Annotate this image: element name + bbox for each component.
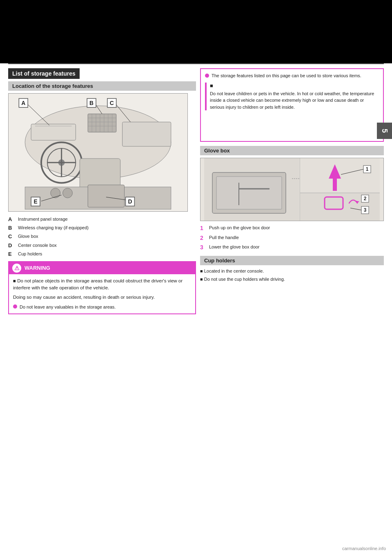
step-1-num: 1 bbox=[200, 224, 207, 233]
top-black-area bbox=[0, 0, 392, 63]
pink-bullet-icon bbox=[205, 74, 209, 78]
svg-point-23 bbox=[63, 188, 73, 198]
right-column: The storage features listed on this page… bbox=[200, 68, 384, 314]
glove-step-1: 1 Push up on the glove box door bbox=[200, 224, 384, 233]
svg-point-22 bbox=[51, 188, 60, 198]
feature-desc-c: Glove box bbox=[18, 233, 38, 240]
glove-step-3: 3 Lower the glove box door bbox=[200, 244, 384, 252]
warning-triangle-icon: ⚠ bbox=[14, 265, 20, 271]
feature-label-d: D bbox=[8, 242, 16, 249]
main-content: List of storage features Location of the… bbox=[0, 64, 392, 318]
svg-rect-20 bbox=[122, 122, 171, 147]
list-header: List of storage features bbox=[8, 68, 80, 79]
warning-box: ⚠ WARNING ■ Do not place objects in the … bbox=[8, 261, 196, 314]
svg-text:3: 3 bbox=[364, 207, 367, 213]
step-1-text: Push up on the glove box door bbox=[209, 224, 270, 231]
step-3-text: Lower the glove box door bbox=[209, 244, 260, 251]
feature-label-c: C bbox=[8, 233, 16, 240]
list-item: A Instrument panel storage bbox=[8, 216, 196, 223]
warning-label: WARNING bbox=[24, 265, 50, 271]
pink-left-bar bbox=[205, 83, 207, 111]
list-item: E Cup holders bbox=[8, 251, 196, 258]
warning-text-line2: Doing so may cause an accident, resultin… bbox=[13, 294, 191, 301]
pink-section-content: ■ Do not leave children or pets in the v… bbox=[210, 83, 379, 111]
svg-rect-48 bbox=[300, 158, 380, 193]
pink-section-label: ■ bbox=[210, 83, 379, 89]
svg-text:2: 2 bbox=[364, 196, 367, 201]
cup-bottom-line2: ■ Do not use the cup holders while drivi… bbox=[200, 276, 384, 283]
svg-rect-24 bbox=[88, 185, 124, 207]
list-item: B Wireless charging tray (if equipped) bbox=[8, 224, 196, 232]
svg-rect-10 bbox=[88, 114, 116, 132]
section-tab: 5 bbox=[377, 123, 392, 139]
pink-section-row: ■ Do not leave children or pets in the v… bbox=[205, 83, 379, 111]
glove-box-section: Glove box bbox=[200, 146, 384, 252]
step-3-num: 3 bbox=[200, 244, 207, 252]
glove-box-diagram: 1 2 bbox=[200, 158, 384, 221]
left-column: List of storage features Location of the… bbox=[8, 68, 196, 314]
feature-desc-e: Cup holders bbox=[18, 251, 42, 257]
svg-text:C: C bbox=[110, 100, 114, 106]
feature-label-e: E bbox=[8, 251, 16, 258]
svg-text:B: B bbox=[89, 100, 94, 106]
feature-label-b: B bbox=[8, 224, 16, 232]
feature-desc-d: Center console box bbox=[18, 242, 57, 249]
feature-label-a: A bbox=[8, 216, 16, 223]
bullet-icon bbox=[13, 304, 17, 309]
svg-rect-43 bbox=[216, 177, 282, 209]
cup-holders-section: Cup holders ■ Located in the center cons… bbox=[200, 256, 384, 283]
svg-text:1: 1 bbox=[366, 166, 369, 172]
pink-box-text: The storage features listed on this page… bbox=[212, 72, 361, 79]
warning-icon: ⚠ bbox=[12, 264, 21, 273]
warning-bullet-text: Do not leave any valuables in the storag… bbox=[20, 304, 116, 311]
cup-bottom-line1: ■ Located in the center console. bbox=[200, 268, 384, 275]
feature-desc-b: Wireless charging tray (if equipped) bbox=[18, 224, 89, 231]
location-header: Location of the storage features bbox=[8, 81, 196, 91]
car-interior-diagram: A B C D E bbox=[8, 93, 188, 212]
pink-section-text: Do not leave children or pets in the veh… bbox=[210, 90, 379, 111]
cup-holders-header: Cup holders bbox=[200, 256, 384, 265]
svg-text:A: A bbox=[21, 100, 25, 106]
pink-bullet-row: The storage features listed on this page… bbox=[205, 72, 379, 79]
page-container: List of storage features Location of the… bbox=[0, 0, 392, 555]
glove-step-2: 2 Pull the handle bbox=[200, 234, 384, 242]
svg-rect-8 bbox=[31, 124, 76, 140]
pink-info-box: The storage features listed on this page… bbox=[200, 68, 384, 142]
list-item: C Glove box bbox=[8, 233, 196, 240]
svg-text:E: E bbox=[33, 198, 37, 205]
warning-text-line1: ■ Do not place objects in the storage ar… bbox=[13, 278, 191, 292]
step-2-num: 2 bbox=[200, 234, 207, 242]
list-item: D Center console box bbox=[8, 242, 196, 249]
step-2-text: Pull the handle bbox=[209, 234, 239, 241]
svg-text:D: D bbox=[128, 198, 132, 205]
watermark: carmanualsonline.info bbox=[342, 546, 386, 551]
glove-box-header: Glove box bbox=[200, 146, 384, 155]
feature-list: A Instrument panel storage B Wireless ch… bbox=[8, 216, 196, 258]
warning-header: ⚠ WARNING bbox=[9, 262, 195, 274]
warning-bullet: Do not leave any valuables in the storag… bbox=[13, 304, 191, 311]
feature-desc-a: Instrument panel storage bbox=[18, 216, 68, 223]
